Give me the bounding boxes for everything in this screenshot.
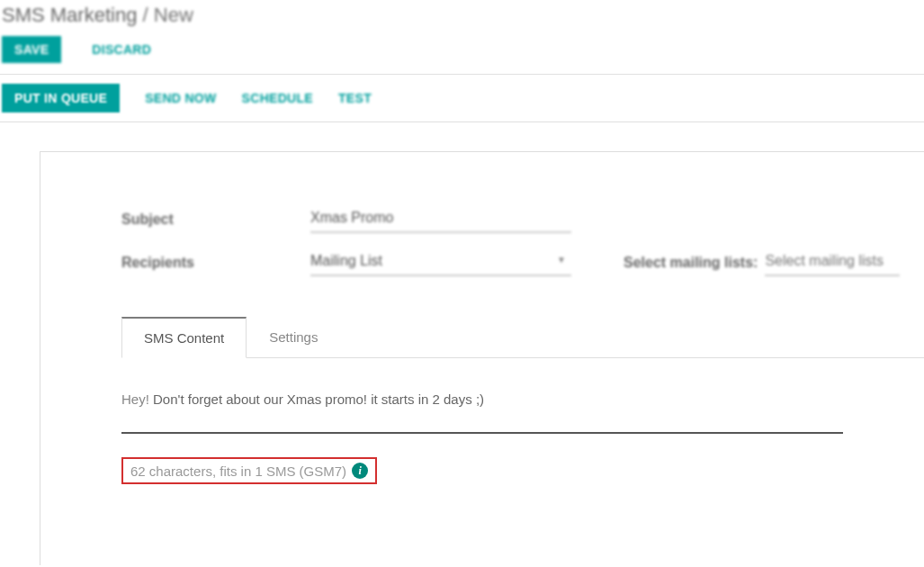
mailing-list-input[interactable] (765, 249, 900, 276)
char-count-highlight: 62 characters, fits in 1 SMS (GSM7) i (121, 457, 377, 484)
tab-settings[interactable]: Settings (247, 317, 340, 358)
tab-sms-content[interactable]: SMS Content (121, 317, 247, 358)
mailing-list-select-wrap: Select mailing lists: (623, 249, 900, 276)
recipients-row: Recipients ▼ Select mailing lists: (121, 249, 924, 276)
breadcrumb-current: New (154, 4, 193, 26)
schedule-button[interactable]: SCHEDULE (242, 91, 313, 105)
tabs: SMS Content Settings (121, 316, 924, 358)
recipients-value[interactable] (310, 249, 571, 276)
subject-row: Subject (121, 206, 924, 233)
subject-label: Subject (121, 212, 301, 228)
mailing-list-label: Select mailing lists: (623, 255, 758, 271)
info-icon[interactable]: i (352, 463, 368, 479)
char-count-text: 62 characters, fits in 1 SMS (GSM7) (130, 464, 346, 479)
top-button-row: SAVE DISCARD (0, 36, 924, 74)
subject-input[interactable] (310, 206, 571, 233)
discard-button[interactable]: DISCARD (79, 36, 164, 63)
recipients-label: Recipients (121, 255, 301, 271)
breadcrumb-main[interactable]: SMS Marketing (2, 4, 137, 26)
test-button[interactable]: TEST (338, 91, 372, 105)
action-bar: PUT IN QUEUE SEND NOW SCHEDULE TEST (0, 74, 924, 122)
put-in-queue-button[interactable]: PUT IN QUEUE (2, 84, 120, 112)
sms-hey: Hey! (121, 392, 149, 407)
sms-content-panel: Hey! Don't forget about our Xmas promo! … (121, 383, 924, 484)
sms-textarea[interactable]: Hey! Don't forget about our Xmas promo! … (121, 383, 843, 434)
save-button[interactable]: SAVE (2, 36, 61, 63)
breadcrumb-sep: / (143, 4, 148, 26)
send-now-button[interactable]: SEND NOW (145, 91, 216, 105)
form-card: Subject Recipients ▼ Select mailing list… (40, 151, 924, 565)
sms-body: Don't forget about our Xmas promo! it st… (149, 392, 484, 407)
breadcrumb: SMS Marketing / New (0, 0, 924, 36)
chevron-down-icon: ▼ (557, 255, 566, 265)
recipients-dropdown[interactable]: ▼ (310, 249, 571, 276)
